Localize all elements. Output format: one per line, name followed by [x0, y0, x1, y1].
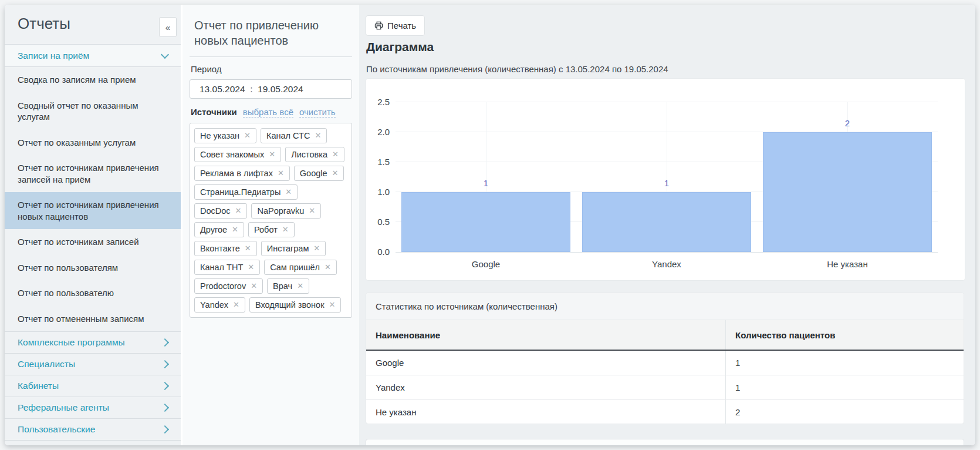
sidebar-section-appointments[interactable]: Записи на приём	[5, 44, 181, 67]
source-tag-label: Совет знакомых	[200, 150, 264, 159]
tag-remove-icon[interactable]: ✕	[232, 225, 238, 234]
sidebar-report-item[interactable]: Сводка по записям на прием	[5, 67, 181, 93]
select-all-link[interactable]: выбрать всё	[243, 107, 293, 117]
sidebar-category-item[interactable]: Пользовательские	[5, 418, 181, 440]
source-tag-label: Инстаграм	[267, 244, 309, 253]
source-tag-label: Канал СТС	[266, 131, 310, 140]
source-tag: DocDoc✕	[194, 203, 247, 219]
sidebar-section-label: Записи на приём	[18, 51, 89, 61]
collapse-icon: «	[165, 22, 170, 32]
source-tag: Yandex✕	[194, 297, 245, 313]
sources-tags-box[interactable]: Не указан✕Канал СТС✕Совет знакомых✕Листо…	[190, 123, 352, 318]
report-title: Отчет по привлечению новых пациентов	[190, 13, 352, 57]
chevron-right-icon	[161, 360, 169, 368]
sidebar-collapse-button[interactable]: «	[159, 17, 177, 37]
source-tag-label: NaPopravku	[257, 206, 304, 216]
source-name-cell: Google	[366, 351, 725, 375]
tag-remove-icon[interactable]: ✕	[285, 187, 292, 196]
tag-remove-icon[interactable]: ✕	[313, 244, 320, 253]
sidebar-report-item[interactable]: Отчет по источникам привлечения записей …	[5, 155, 181, 192]
source-tag: Инстаграм✕	[261, 241, 326, 256]
table-column-header: Количество пациентов	[725, 320, 964, 350]
source-tag-label: Врач	[273, 281, 292, 291]
period-value: 13.05.2024 : 19.05.2024	[200, 84, 303, 95]
sidebar-report-item[interactable]: Сводный отчет по оказанным услугам	[5, 93, 181, 130]
tag-remove-icon[interactable]: ✕	[329, 300, 336, 309]
page: Отчеты « Записи на приём Сводка по запис…	[0, 0, 980, 450]
source-tag: Google✕	[294, 166, 344, 181]
sidebar-category-label: Кабинеты	[18, 381, 59, 391]
table-header-row: НаименованиеКоличество пациентов	[366, 320, 964, 351]
print-button[interactable]: Печать	[366, 15, 425, 36]
bar-chart-plot: 0.00.51.01.52.02.51Google1Yandex2Не указ…	[396, 102, 938, 252]
sidebar-report-item[interactable]: Отчет по оказанным услугам	[5, 130, 181, 156]
tag-remove-icon[interactable]: ✕	[248, 263, 254, 271]
y-axis-tick-label: 2.0	[366, 127, 390, 137]
source-tag-label: Канал ТНТ	[200, 263, 243, 272]
period-date-range-input[interactable]: 13.05.2024 : 19.05.2024	[190, 79, 352, 99]
tag-remove-icon[interactable]: ✕	[251, 281, 257, 290]
source-tag-label: Страница.Педиатры	[200, 187, 281, 197]
report-filter-panel: Отчет по привлечению новых пациентов Пер…	[183, 5, 359, 445]
sidebar-category-item[interactable]: Комплексные программы	[5, 331, 181, 353]
sidebar-title: Отчеты	[18, 15, 70, 33]
table-column-header: Наименование	[366, 320, 725, 350]
clear-link[interactable]: очистить	[299, 107, 336, 117]
sidebar-category-item[interactable]: Кабинеты	[5, 375, 181, 397]
tag-remove-icon[interactable]: ✕	[282, 225, 289, 234]
tag-remove-icon[interactable]: ✕	[297, 281, 303, 290]
source-tag: NaPopravku✕	[251, 203, 321, 219]
patient-count-cell: 1	[725, 375, 964, 399]
sidebar-category-label: Комплексные программы	[18, 337, 125, 348]
source-tag-label: Листовка	[291, 150, 327, 159]
patient-count-cell: 1	[725, 351, 964, 375]
tag-remove-icon[interactable]: ✕	[309, 206, 315, 215]
chart-subtitle: По источникам привлечения (количественна…	[366, 64, 668, 74]
tag-remove-icon[interactable]: ✕	[235, 206, 242, 215]
sidebar-report-item[interactable]: Отчет по пользователю	[5, 280, 181, 306]
bar-google[interactable]	[401, 192, 570, 252]
tag-remove-icon[interactable]: ✕	[278, 169, 284, 177]
print-button-label: Печать	[387, 21, 416, 31]
printer-icon	[374, 21, 383, 30]
tag-remove-icon[interactable]: ✕	[325, 263, 331, 271]
sidebar-category-list: Комплексные программыСпециалистыКабинеты…	[5, 331, 181, 445]
source-tag: Робот✕	[248, 222, 295, 237]
tag-remove-icon[interactable]: ✕	[332, 150, 339, 159]
table-row: Yandex1	[366, 375, 964, 400]
source-tag-label: Другое	[200, 225, 227, 234]
table-body: Google1Yandex1Не указан2	[366, 351, 964, 424]
tag-remove-icon[interactable]: ✕	[332, 169, 339, 177]
tag-remove-icon[interactable]: ✕	[233, 300, 239, 309]
tag-remove-icon[interactable]: ✕	[315, 131, 321, 140]
bar-value-label: 2	[757, 118, 938, 128]
y-axis-tick-label: 2.5	[366, 97, 390, 107]
patient-count-cell: 2	[725, 400, 964, 424]
sidebar-report-item[interactable]: Отчет по источникам записей	[5, 229, 181, 255]
period-label: Период	[191, 64, 352, 74]
y-axis-tick-label: 0.5	[366, 217, 390, 227]
sidebar-report-list: Сводка по записям на приемСводный отчет …	[5, 67, 181, 331]
tag-remove-icon[interactable]: ✕	[244, 131, 251, 140]
y-axis-tick-label: 0.0	[366, 247, 390, 257]
source-tag-label: Входящий звонок	[255, 300, 324, 310]
sidebar-category-item[interactable]: Специалисты	[5, 353, 181, 375]
next-card-top-edge	[366, 439, 964, 445]
tag-remove-icon[interactable]: ✕	[269, 150, 275, 159]
sidebar-category-label: Реферальные агенты	[18, 402, 109, 413]
sidebar-report-item[interactable]: Отчет по пользователям	[5, 255, 181, 281]
table-row: Не указан2	[366, 400, 964, 424]
x-axis-category-label: Yandex	[576, 259, 757, 269]
sidebar-report-item[interactable]: Отчет по источникам привлечения новых па…	[5, 192, 181, 229]
y-axis-tick-label: 1.5	[366, 157, 390, 167]
chevron-right-icon	[161, 382, 169, 390]
bar-chart-card: 0.00.51.01.52.02.51Google1Yandex2Не указ…	[366, 78, 965, 281]
sidebar-report-item[interactable]: Отчет по отмененным записям	[5, 306, 181, 332]
source-tag: Prodoctorov✕	[194, 278, 263, 294]
x-axis-category-label: Google	[396, 259, 576, 269]
bar-yandex[interactable]	[582, 192, 751, 252]
sidebar-category-item[interactable]: Электронная очередь	[5, 440, 181, 445]
tag-remove-icon[interactable]: ✕	[245, 244, 251, 253]
sidebar-category-item[interactable]: Реферальные агенты	[5, 397, 181, 418]
bar-не-указан[interactable]	[763, 132, 932, 252]
